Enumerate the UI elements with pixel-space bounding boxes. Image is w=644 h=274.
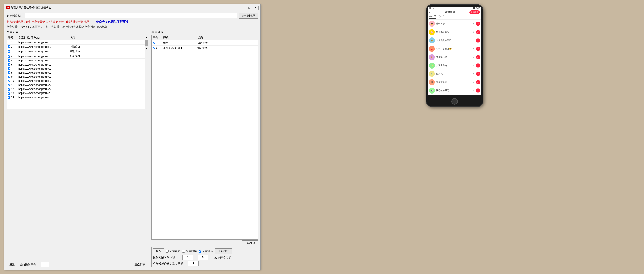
phone-list: 👦 谁特可爱 ✕ ✓ 🌸 每天都是修行 ✕ ✓ 👨 李光侯人生导师 ✕ ✓	[428, 20, 482, 95]
phone-back-button[interactable]: <	[429, 11, 430, 14]
row-checkbox[interactable]	[8, 84, 10, 86]
instruction-text: 文章链接，放到txt文本里面，一行一条链接，然后把txt文本拖入文章列表 表格添…	[6, 25, 258, 29]
table-row: 3 https://www.xiaohongshu.co... 评论成功	[7, 49, 144, 54]
phone-reject-button[interactable]: ✕	[473, 56, 474, 58]
switch-value-input[interactable]	[188, 261, 199, 266]
comment-checkbox[interactable]	[199, 250, 202, 253]
phone-reject-button[interactable]: ✕	[473, 23, 474, 25]
article-panel: 文章列表 序号 文章链接/用户uid 状态 1	[6, 30, 148, 267]
browser-path-input[interactable]	[25, 13, 237, 19]
start-browser-button[interactable]: 启动浏览器	[239, 13, 258, 19]
close-button[interactable]: ✕	[253, 6, 259, 10]
follow-button-row: 开始关注	[152, 239, 258, 247]
account-row-checkbox[interactable]	[152, 42, 155, 44]
phone-user-name: 鱼儿飞	[436, 72, 472, 75]
account-panel-title: 账号列表	[152, 30, 258, 34]
maximize-button[interactable]: □	[246, 6, 252, 10]
start-execute-button[interactable]: 开始执行	[215, 248, 232, 254]
current-op-input[interactable]	[40, 262, 49, 267]
right-panel: 14:14 ▌▌▌ WiFi < 消群申请 全都同意 待处理 已处理 👦	[265, 0, 644, 274]
switch-control-row: 单账号操作多少次，切换：	[153, 261, 257, 266]
phone-reject-button[interactable]: ✕	[473, 39, 474, 42]
phone-approve-button[interactable]: ✓	[476, 80, 480, 84]
comment-checkbox-label[interactable]: 文章评论	[199, 249, 214, 253]
collect-checkbox[interactable]	[182, 250, 185, 253]
phone-approve-button[interactable]: ✓	[476, 22, 480, 26]
two-column-layout: 文章列表 序号 文章链接/用户uid 状态 1	[6, 30, 258, 267]
interval-separator: -	[195, 256, 196, 259]
phone-approve-button[interactable]: ✓	[476, 47, 480, 51]
row-checkbox[interactable]	[8, 45, 10, 48]
phone-reject-button[interactable]: ✕	[473, 64, 474, 67]
avatar: 🐟	[429, 71, 435, 77]
row-checkbox[interactable]	[8, 96, 10, 99]
row-checkbox[interactable]	[8, 92, 10, 95]
window-controls: ─ □ ✕	[240, 6, 259, 10]
phone-reject-button[interactable]: ✕	[473, 31, 474, 33]
phone-list-item: 🐟 鱼儿飞 ✕ ✓	[428, 70, 482, 78]
select-all-button[interactable]: 全选	[153, 248, 164, 254]
minimize-button[interactable]: ─	[240, 6, 246, 10]
phone-tab-processed[interactable]: 已处理	[438, 15, 445, 19]
row-checkbox[interactable]	[8, 55, 10, 58]
scroll-down-arrow[interactable]: ▼	[145, 47, 148, 50]
avatar: 🐻	[429, 79, 435, 85]
app-icon: M	[6, 6, 10, 10]
public-account-text: 公众号：久川吐了解更多	[96, 20, 129, 24]
row-checkbox[interactable]	[8, 67, 10, 70]
phone-approve-button[interactable]: ✓	[476, 63, 480, 68]
phone-reject-button[interactable]: ✕	[473, 48, 474, 50]
avatar: 👨	[429, 38, 435, 44]
col-num: 序号	[8, 36, 18, 40]
app-window: M 红薯文章点赞收藏--浏览器连接成功 ─ □ ✕ 浏览器路径： 启动浏览器 非…	[4, 4, 260, 270]
scroll-up-arrow[interactable]: ▲	[145, 36, 148, 39]
account-row-checkbox[interactable]	[152, 47, 155, 49]
phone-approve-button[interactable]: ✓	[476, 88, 480, 93]
browser-row: 浏览器路径： 启动浏览器	[6, 13, 258, 19]
interval-min-input[interactable]	[182, 255, 193, 260]
collect-label: 文章收藏	[186, 249, 197, 253]
phone-signal: ▌▌▌ WiFi	[472, 7, 480, 9]
like-label: 文章点赞	[170, 249, 180, 253]
comment-content-button[interactable]: 文章评论内容	[212, 255, 234, 260]
like-checkbox-label[interactable]: 文章点赞	[166, 249, 180, 253]
phone-reject-button[interactable]: ✕	[473, 89, 474, 92]
scrollbar[interactable]: ▲ ▼	[144, 35, 148, 109]
row-checkbox[interactable]	[8, 50, 10, 53]
row-checkbox[interactable]	[8, 80, 10, 82]
reverse-select-button[interactable]: 反选	[6, 262, 18, 267]
clear-list-button[interactable]: 清空列表	[132, 262, 148, 267]
phone-list-item: ✨ 大字出奇迹 ✕ ✓	[428, 61, 482, 70]
row-checkbox[interactable]	[8, 71, 10, 74]
like-checkbox[interactable]	[166, 250, 168, 253]
phone-approve-button[interactable]: ✓	[476, 30, 480, 34]
phone-list-item: 🌸 每天都是修行 ✕ ✓	[428, 28, 482, 36]
phone-tab-pending[interactable]: 待处理	[429, 15, 436, 19]
warning-row: 非谷歌浏览器，请补全浏览器路径>谷歌浏览器 可以直接启动浏览器 公众号：久川吐了…	[6, 20, 258, 24]
interval-max-input[interactable]	[198, 255, 208, 260]
row-checkbox[interactable]	[8, 76, 10, 78]
row-checkbox[interactable]	[8, 41, 10, 44]
phone-home-button[interactable]	[451, 98, 458, 105]
row-checkbox[interactable]	[8, 88, 10, 91]
row-checkbox[interactable]	[8, 59, 10, 62]
account-nickname: 依然	[163, 41, 197, 45]
collect-checkbox-label[interactable]: 文章收藏	[182, 249, 197, 253]
phone-reject-button[interactable]: ✕	[473, 81, 474, 83]
phone-reject-button[interactable]: ✕	[473, 73, 474, 75]
title-bar: M 红薯文章点赞收藏--浏览器连接成功 ─ □ ✕	[4, 5, 260, 11]
phone-approve-button[interactable]: ✓	[476, 55, 480, 59]
phone-header-top: < 消群申请 全都同意	[429, 11, 480, 14]
phone-approve-all-button[interactable]: 全都同意	[470, 11, 480, 14]
row-checkbox[interactable]	[8, 63, 10, 66]
col-url: 文章链接/用户uid	[18, 36, 70, 40]
action-control-row: 全选 文章点赞 文章收藏 文章评论 开始执行	[153, 248, 257, 254]
phone-time: 14:14	[429, 7, 434, 9]
acol-num: 序号	[152, 36, 163, 40]
phone-approve-button[interactable]: ✓	[476, 38, 480, 43]
phone-header: < 消群申请 全都同意 待处理 已处理	[428, 10, 482, 20]
scroll-thumb[interactable]	[145, 40, 148, 46]
start-follow-button[interactable]: 开始关注	[242, 240, 258, 246]
phone-approve-button[interactable]: ✓	[476, 72, 480, 76]
table-row: 6 https://www.xiaohongshu.co...	[7, 63, 144, 67]
